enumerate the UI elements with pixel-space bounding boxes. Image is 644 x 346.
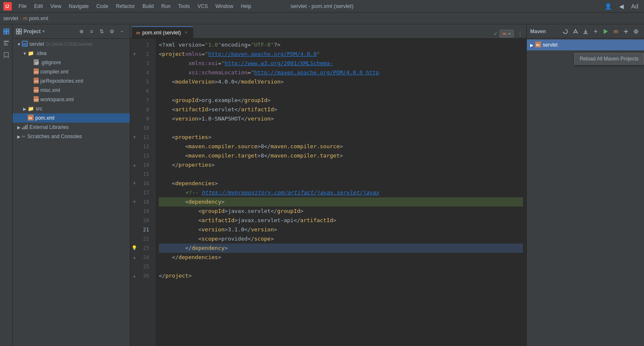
menu-file[interactable]: File bbox=[15, 2, 30, 10]
tree-item-idea[interactable]: ▼ 📁 .idea bbox=[13, 49, 130, 58]
tree-item-src[interactable]: ▶ 📁 src bbox=[13, 104, 130, 113]
ln-12: 12 bbox=[139, 142, 152, 151]
breadcrumb-pom[interactable]: pom.xml bbox=[29, 16, 48, 21]
ln-1: 1 bbox=[139, 40, 152, 50]
breadcrumb-servlet[interactable]: servlet bbox=[3, 16, 18, 21]
menu-refactor[interactable]: Refactor bbox=[113, 2, 138, 10]
libraries-icon bbox=[22, 124, 28, 131]
gutter-11[interactable]: ▼ bbox=[130, 133, 139, 142]
sidebar-icon-project[interactable] bbox=[1, 26, 12, 37]
tree-item-servlet[interactable]: ▼ m servlet D:\JAVA-CODE\servlet bbox=[13, 39, 130, 49]
menu-window[interactable]: Window bbox=[212, 2, 237, 10]
tree-item-workspace[interactable]: xml workspace.xml bbox=[13, 95, 130, 104]
maven-toggle-btn[interactable] bbox=[621, 27, 631, 36]
maven-add-btn[interactable]: + bbox=[591, 27, 600, 36]
ln-17: 17 bbox=[139, 188, 152, 197]
gutter-18[interactable]: ▼ bbox=[130, 197, 139, 207]
maven-tree: ▶ m servlet bbox=[527, 39, 644, 346]
pom-label: pom.xml bbox=[35, 115, 54, 121]
file-icon-workspace: xml bbox=[34, 96, 39, 103]
gutter-26[interactable]: ▲ bbox=[130, 271, 139, 280]
code-line-9: <version>1.0-SNAPSHOT</version> bbox=[159, 114, 523, 123]
gutter-1 bbox=[130, 40, 139, 50]
maven-settings-btn[interactable] bbox=[631, 27, 641, 36]
toolbar-settings-btn[interactable]: ⚙ bbox=[107, 27, 116, 36]
maven-panel: Maven + m bbox=[526, 24, 644, 346]
maven-m-btn[interactable]: m bbox=[611, 27, 620, 36]
tab-icon: m bbox=[136, 30, 140, 35]
tab-bar: m pom.xml (servlet) × ✓ m × ⋮ bbox=[130, 24, 526, 39]
svg-rect-27 bbox=[22, 128, 23, 129]
gutter-22 bbox=[130, 234, 139, 244]
svg-text:m: m bbox=[23, 42, 26, 46]
module-icon: m bbox=[22, 41, 28, 48]
menu-help[interactable]: Help bbox=[237, 2, 255, 10]
gutter-5 bbox=[130, 77, 139, 86]
menu-build[interactable]: Build bbox=[139, 2, 157, 10]
tab-pom[interactable]: m pom.xml (servlet) × bbox=[132, 26, 193, 38]
scratches-icon: ✏ bbox=[22, 134, 26, 139]
gutter-24[interactable]: ▲ bbox=[130, 253, 139, 262]
editor-area: m pom.xml (servlet) × ✓ m × ⋮ ▼ bbox=[130, 24, 526, 346]
workspace-label: workspace.xml bbox=[40, 97, 74, 102]
gutter-10 bbox=[130, 123, 139, 133]
account-button[interactable]: 👤 bbox=[602, 2, 614, 11]
tab-menu-button[interactable]: ⋮ bbox=[515, 29, 525, 38]
maven-download-btn[interactable] bbox=[581, 27, 590, 36]
toolbar-sort-btn[interactable]: ⇅ bbox=[97, 27, 106, 36]
maven-generate-btn[interactable] bbox=[571, 27, 580, 36]
code-line-24: </dependencies> bbox=[159, 253, 523, 262]
external-label: External Libraries bbox=[29, 124, 68, 130]
tree-item-jar[interactable]: xml jarRepositories.xml bbox=[13, 76, 130, 86]
app-logo: IJ bbox=[3, 2, 12, 10]
menu-navigate[interactable]: Navigate bbox=[66, 2, 92, 10]
gutter-23: 💡 bbox=[130, 244, 139, 253]
menu-run[interactable]: Run bbox=[158, 2, 174, 10]
sidebar-icon-structure[interactable] bbox=[1, 38, 12, 49]
tab-close-button[interactable]: × bbox=[183, 30, 189, 36]
toolbar-collapse-btn[interactable]: ≡ bbox=[87, 27, 96, 36]
menu-code[interactable]: Code bbox=[93, 2, 112, 10]
svg-rect-8 bbox=[4, 45, 8, 45]
ln-18: 18 bbox=[139, 197, 152, 207]
menu-edit[interactable]: Edit bbox=[31, 2, 46, 10]
maven-reload-btn[interactable] bbox=[561, 27, 570, 36]
tree-item-pom[interactable]: m pom.xml bbox=[13, 113, 130, 123]
menu-tools[interactable]: Tools bbox=[175, 2, 193, 10]
code-line-21: <version>3.1.0</version> bbox=[159, 225, 523, 234]
ln-13: 13 bbox=[139, 151, 152, 160]
svg-rect-2 bbox=[4, 29, 6, 31]
sidebar-icon-bookmarks[interactable] bbox=[1, 50, 12, 60]
svg-rect-3 bbox=[4, 32, 6, 34]
svg-rect-28 bbox=[24, 126, 25, 129]
tree-item-compiler[interactable]: xml compiler.xml bbox=[13, 67, 130, 76]
code-area[interactable]: <?xml version="1.0" encoding="UTF-8"?> <… bbox=[155, 39, 526, 346]
svg-text:IJ: IJ bbox=[5, 4, 9, 9]
file-icon-pom: m bbox=[28, 115, 34, 122]
ln-26: 26 bbox=[139, 271, 152, 280]
ln-7: 7 bbox=[139, 96, 152, 105]
maven-tree-item-servlet[interactable]: ▶ m servlet bbox=[527, 39, 644, 50]
toolbar-add-btn[interactable]: ⊕ bbox=[77, 27, 86, 36]
ln-9: 9 bbox=[139, 114, 152, 123]
svg-rect-29 bbox=[25, 125, 26, 129]
maven-floating-icon[interactable]: m × bbox=[499, 30, 514, 37]
menu-vcs[interactable]: VCS bbox=[194, 2, 211, 10]
forward-button[interactable]: Ad bbox=[629, 2, 641, 11]
menu-view[interactable]: View bbox=[47, 2, 65, 10]
gutter-13 bbox=[130, 151, 139, 160]
toolbar-minimize-btn[interactable]: − bbox=[117, 27, 126, 36]
gutter-16[interactable]: ▼ bbox=[130, 179, 139, 188]
tree-item-external[interactable]: ▶ External Libraries bbox=[13, 123, 130, 132]
gutter-14[interactable]: ▲ bbox=[130, 160, 139, 170]
code-line-4: xsi:schemaLocation="http://maven.apache.… bbox=[159, 68, 523, 77]
back-button[interactable]: ◀ bbox=[615, 2, 627, 11]
gutter-2[interactable]: ▼ bbox=[130, 50, 139, 59]
maven-file-icon: m bbox=[23, 16, 27, 21]
tree-item-gitignore[interactable]: .git .gitignore bbox=[13, 58, 130, 67]
editor-content[interactable]: ▼ ▼ ▲ ▼ ▼ 💡 bbox=[130, 39, 526, 346]
tree-item-scratches[interactable]: ▶ ✏ Scratches and Consoles bbox=[13, 132, 130, 141]
maven-run-btn[interactable] bbox=[601, 27, 610, 36]
tree-item-misc[interactable]: xml misc.xml bbox=[13, 86, 130, 95]
breadcrumb: servlet › m pom.xml bbox=[0, 13, 644, 24]
